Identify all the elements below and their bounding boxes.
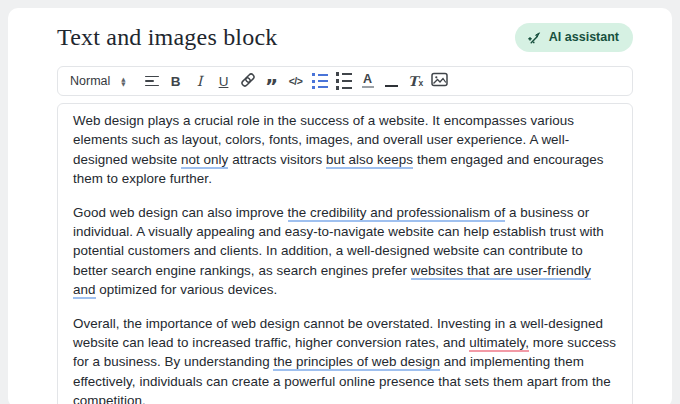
blue-underlined-phrase: the credibility and professionalism of [288,205,506,222]
text-run: optimized for various devices. [96,282,278,297]
paragraph[interactable]: Web design plays a crucial role in the s… [73,111,617,189]
text-color-button[interactable]: A [356,69,380,93]
code-button[interactable]: </> [284,69,308,93]
ordered-list-icon [336,72,352,90]
text-color-icon: A [362,74,374,89]
blockquote-button[interactable]: ” [260,69,284,93]
bullet-list-button[interactable] [308,69,332,93]
divider-button[interactable] [380,69,404,93]
ordered-list-button[interactable] [332,69,356,93]
image-icon [431,72,448,90]
text-run: Good web design can also improve [73,205,288,220]
blue-underlined-phrase: but also keeps [326,152,413,169]
pink-underlined-phrase: ultimately, [469,335,529,352]
link-button[interactable] [236,69,260,93]
underline-button[interactable]: U [212,69,236,93]
code-icon: </> [289,75,303,87]
paragraph[interactable]: Good web design can also improve the cre… [73,203,617,300]
stepper-icon: ▲ ▼ [121,77,125,86]
ai-assistant-button[interactable]: AI assistant [515,23,633,52]
block-editor-card: Text and images block AI assistant Norma… [8,8,672,404]
clear-format-button[interactable]: Tx [404,69,428,93]
clear-formatting-icon: Tx [408,75,423,87]
align-button[interactable] [140,69,164,93]
bold-icon: B [171,74,181,89]
blue-underlined-phrase: not only [181,152,228,169]
chain-link-icon [240,72,256,91]
paragraph[interactable]: Overall, the importance of web design ca… [73,314,617,404]
quote-icon: ” [265,82,278,90]
bold-button[interactable]: B [164,69,188,93]
ai-assistant-label: AI assistant [549,30,619,44]
image-button[interactable] [428,69,452,93]
page-title: Text and images block [57,24,277,51]
text-run: attracts visitors [228,152,326,167]
paragraph-style-dropdown[interactable]: Normal ▲ ▼ [68,69,128,93]
header: Text and images block AI assistant [57,21,633,53]
italic-icon: I [197,73,203,89]
formatting-toolbar: Normal ▲ ▼ B I U [57,66,633,96]
paragraph-style-value: Normal [70,74,110,88]
italic-button[interactable]: I [188,69,212,93]
magic-wand-icon [527,30,542,45]
underscore-icon [385,85,398,87]
editor-content[interactable]: Web design plays a crucial role in the s… [57,103,633,404]
bullet-list-icon [312,73,328,88]
underline-icon: U [219,74,229,89]
align-icon [145,76,159,87]
blue-underlined-phrase: the principles of web design [273,354,440,371]
